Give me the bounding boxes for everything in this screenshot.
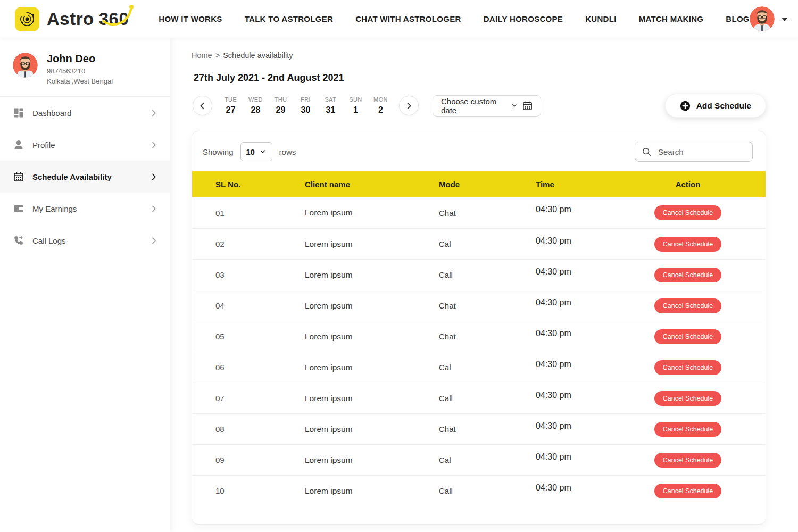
day-name: SUN xyxy=(343,96,368,103)
plus-icon xyxy=(680,101,691,111)
cell-sl-no: 02 xyxy=(215,239,305,248)
sidebar-item-dashboard[interactable]: Dashboard xyxy=(0,97,170,129)
rows-label: rows xyxy=(279,147,296,156)
table-row: 07 Lorem ipsum Call 04:30 pm Cancel Sche… xyxy=(192,383,766,413)
cell-mode: Chat xyxy=(439,209,536,218)
cell-sl-no: 04 xyxy=(215,301,305,310)
day-cell[interactable]: FRI 30 xyxy=(293,96,318,115)
cancel-schedule-button[interactable]: Cancel Schedule xyxy=(654,237,722,252)
day-name: FRI xyxy=(293,96,318,103)
profile-location: Kolkata ,West Bengal xyxy=(47,77,113,85)
cancel-schedule-button[interactable]: Cancel Schedule xyxy=(654,453,722,468)
cancel-schedule-button[interactable]: Cancel Schedule xyxy=(654,484,722,498)
day-cell[interactable]: SAT 31 xyxy=(318,96,343,115)
sidebar-item-call-logs[interactable]: Call Logs xyxy=(0,225,170,256)
day-name: WED xyxy=(243,96,268,103)
date-range-title: 27th July 2021 - 2nd August 2021 xyxy=(194,72,766,84)
cell-mode: Cal xyxy=(439,455,536,464)
table-row: 05 Lorem ipsum Chat 04:30 pm Cancel Sche… xyxy=(192,321,766,352)
table-row: 01 Lorem ipsum Chat 04:30 pm Cancel Sche… xyxy=(192,197,766,228)
nav-item[interactable]: TALK TO ASTROLGER xyxy=(245,14,333,23)
nav-item[interactable]: BLOG xyxy=(726,14,750,23)
cell-time: 04:30 pm xyxy=(536,236,642,246)
cancel-schedule-button[interactable]: Cancel Schedule xyxy=(654,298,722,313)
cell-mode: Chat xyxy=(439,332,536,341)
nav-item[interactable]: KUNDLI xyxy=(585,14,616,23)
sidebar-item-schedule-availability[interactable]: Schedule Availability xyxy=(0,161,170,193)
phone-icon xyxy=(13,235,25,246)
sidebar-item-profile[interactable]: Profile xyxy=(0,129,170,161)
schedule-controls: TUE 27 WED 28 THU 29 FRI 30 xyxy=(193,94,766,118)
cell-client-name: Lorem ipsum xyxy=(305,425,439,434)
showing-label: Showing xyxy=(203,147,234,156)
top-navbar: Astro 360 HOW IT WORKS TALK TO ASTROLGER… xyxy=(0,0,798,38)
cell-time: 04:30 pm xyxy=(536,452,642,462)
day-number: 27 xyxy=(218,105,243,115)
nav-item[interactable]: CHAT WITH ASTROLOGER xyxy=(355,14,461,23)
wallet-icon xyxy=(13,203,25,214)
chevron-right-icon xyxy=(149,109,159,118)
cell-mode: Call xyxy=(439,270,536,279)
cell-sl-no: 05 xyxy=(215,332,305,341)
cancel-schedule-button[interactable]: Cancel Schedule xyxy=(654,422,722,437)
main-content: Home > Schedule availability 27th July 2… xyxy=(170,38,798,532)
chevron-down-icon xyxy=(511,102,518,110)
table-body: 01 Lorem ipsum Chat 04:30 pm Cancel Sche… xyxy=(192,197,766,524)
cell-mode: Cal xyxy=(439,239,536,248)
day-cell[interactable]: MON 2 xyxy=(368,96,393,115)
chevron-right-icon xyxy=(149,236,159,245)
cell-mode: Chat xyxy=(439,425,536,434)
calendar-icon[interactable] xyxy=(522,101,533,111)
chevron-left-icon xyxy=(198,101,207,111)
cell-time: 04:30 pm xyxy=(536,267,642,277)
user-avatar[interactable] xyxy=(750,6,775,31)
cell-mode: Cal xyxy=(439,363,536,372)
column-header-client: Client name xyxy=(305,180,439,189)
search-input[interactable] xyxy=(657,147,765,157)
sidebar: John Deo 9874563210 Kolkata ,West Bengal… xyxy=(0,38,170,532)
breadcrumb-separator: > xyxy=(215,51,220,60)
chevron-down-icon[interactable] xyxy=(780,15,789,23)
cancel-schedule-button[interactable]: Cancel Schedule xyxy=(654,205,722,220)
add-schedule-button[interactable]: Add Schedule xyxy=(665,94,766,118)
cell-client-name: Lorem ipsum xyxy=(305,239,439,249)
cell-time: 04:30 pm xyxy=(536,205,642,214)
cancel-schedule-button[interactable]: Cancel Schedule xyxy=(654,391,722,406)
day-name: MON xyxy=(368,96,393,103)
brand-name-primary: Astro xyxy=(47,9,94,29)
rows-per-page-select[interactable]: 10 xyxy=(240,142,272,161)
cell-client-name: Lorem ipsum xyxy=(305,208,439,218)
cell-mode: Chat xyxy=(439,301,536,310)
next-week-button[interactable] xyxy=(399,96,419,115)
cancel-schedule-button[interactable]: Cancel Schedule xyxy=(654,360,722,375)
day-cell[interactable]: WED 28 xyxy=(243,96,268,115)
search-box xyxy=(635,142,753,162)
cell-sl-no: 06 xyxy=(215,363,305,372)
chevron-right-icon xyxy=(149,204,159,213)
column-header-sl: SL No. xyxy=(215,180,305,189)
day-cell[interactable]: SUN 1 xyxy=(343,96,368,115)
cancel-schedule-button[interactable]: Cancel Schedule xyxy=(654,329,722,344)
day-cell[interactable]: TUE 27 xyxy=(218,96,243,115)
column-header-time: Time xyxy=(536,180,642,189)
nav-item[interactable]: HOW IT WORKS xyxy=(159,14,222,23)
breadcrumb-home[interactable]: Home xyxy=(192,51,212,60)
sidebar-item-label: Call Logs xyxy=(32,236,149,245)
choose-custom-date-dropdown[interactable]: Choose custom date xyxy=(433,95,541,117)
cancel-schedule-button[interactable]: Cancel Schedule xyxy=(654,268,722,282)
brand-logo[interactable]: Astro 360 xyxy=(15,7,129,31)
cell-mode: Call xyxy=(439,394,536,403)
breadcrumb: Home > Schedule availability xyxy=(192,51,766,60)
table-row: 03 Lorem ipsum Call 04:30 pm Cancel Sche… xyxy=(192,259,766,290)
chevron-right-icon xyxy=(149,172,159,181)
profile-phone: 9874563210 xyxy=(47,67,113,75)
nav-item[interactable]: DAILY HOROSCOPE xyxy=(484,14,563,23)
cell-sl-no: 08 xyxy=(215,425,305,434)
table-row: 09 Lorem ipsum Cal 04:30 pm Cancel Sched… xyxy=(192,444,766,475)
day-number: 1 xyxy=(343,105,368,115)
day-name: SAT xyxy=(318,96,343,103)
nav-item[interactable]: MATCH MAKING xyxy=(639,14,704,23)
day-cell[interactable]: THU 29 xyxy=(268,96,293,115)
sidebar-item-my-earnings[interactable]: My Earnings xyxy=(0,193,170,225)
prev-week-button[interactable] xyxy=(193,96,212,115)
